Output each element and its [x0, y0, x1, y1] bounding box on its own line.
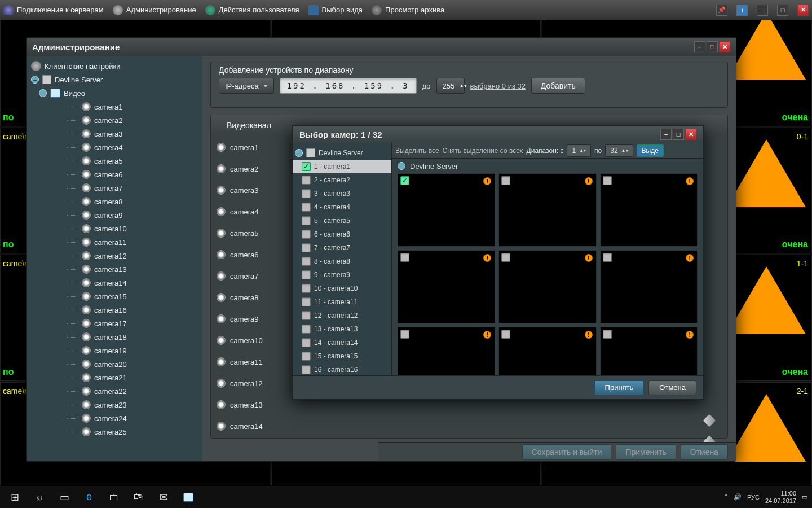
dlg-tree-item[interactable]: ✓1 - camera1: [293, 160, 391, 173]
dlg-tree-item[interactable]: 14 - camera14: [293, 336, 391, 349]
tree-camera[interactable]: camera6: [28, 168, 202, 181]
tb-view[interactable]: Выбор вида: [308, 5, 363, 15]
tb-connect[interactable]: Подключение к серверам: [3, 5, 104, 15]
taskview-icon[interactable]: ▭: [52, 486, 77, 509]
tree-camera[interactable]: camera23: [28, 398, 202, 411]
accept-button[interactable]: Принять: [594, 380, 645, 395]
tree-camera[interactable]: camera25: [28, 425, 202, 439]
ip-to-spinner[interactable]: 255▲▾: [436, 78, 465, 94]
tree-video[interactable]: –Видео: [28, 86, 202, 100]
tree-camera[interactable]: camera13: [28, 262, 202, 276]
range-from-dd[interactable]: 1▲▾: [567, 144, 591, 157]
tree-camera[interactable]: camera8: [28, 195, 202, 208]
collapse-icon[interactable]: –: [39, 89, 47, 97]
tree-camera[interactable]: camera2: [28, 113, 202, 127]
checkbox[interactable]: [302, 297, 311, 306]
explorer-icon[interactable]: 🗀: [102, 486, 126, 509]
collapse-icon[interactable]: –: [295, 149, 303, 157]
admin-min-button[interactable]: –: [694, 41, 705, 52]
lang-indicator[interactable]: РУС: [747, 494, 760, 501]
dlg-tree-item[interactable]: 5 - camera5: [293, 214, 391, 227]
tree-server[interactable]: –Devline Server: [28, 73, 202, 86]
camera-thumbnail[interactable]: !: [398, 250, 495, 323]
channel-row[interactable]: camera8: [211, 287, 276, 308]
clock[interactable]: 11:0024.07.2017: [765, 490, 796, 505]
tree-camera[interactable]: camera1: [28, 100, 202, 113]
admin-max-button[interactable]: □: [707, 41, 718, 52]
channel-row[interactable]: camera7: [211, 265, 276, 287]
dlg-tree-item[interactable]: 7 - camera7: [293, 241, 391, 255]
checkbox[interactable]: [302, 176, 311, 185]
channel-row[interactable]: camera10: [211, 330, 276, 351]
ip-input[interactable]: 192 . 168 . 159 . 3: [280, 78, 417, 94]
tree-camera[interactable]: camera4: [28, 141, 202, 154]
pencil-icon[interactable]: [703, 414, 716, 427]
tree-camera[interactable]: camera9: [28, 208, 202, 222]
app-tray-icon[interactable]: [176, 486, 201, 509]
select-all-link[interactable]: Выделить все: [395, 147, 439, 155]
dlg-tree-item[interactable]: 12 - camera12: [293, 309, 391, 322]
start-button[interactable]: ⊞: [2, 486, 27, 509]
mail-icon[interactable]: ✉: [151, 486, 176, 509]
save-exit-button[interactable]: Сохранить и выйти: [522, 444, 612, 460]
camera-thumbnail[interactable]: !: [398, 327, 495, 375]
checkbox[interactable]: [302, 311, 311, 320]
dlg-tree-server[interactable]: – Devline Server: [293, 146, 391, 160]
dlg-tree-item[interactable]: 4 - camera4: [293, 200, 391, 214]
tb-user[interactable]: Действия пользователя: [205, 5, 299, 15]
dlg-tree-item[interactable]: 13 - camera13: [293, 322, 391, 336]
tray-chevron-icon[interactable]: ˄: [725, 493, 728, 501]
tree-camera[interactable]: camera21: [28, 371, 202, 384]
camera-thumbnail[interactable]: !: [600, 250, 698, 323]
search-icon[interactable]: ⌕: [27, 486, 52, 509]
checkbox[interactable]: [302, 365, 311, 374]
channel-row[interactable]: camera3: [211, 179, 276, 201]
tree-camera[interactable]: camera15: [28, 290, 202, 303]
checkbox[interactable]: [302, 216, 311, 225]
checkbox[interactable]: [302, 338, 311, 347]
tree-camera[interactable]: camera20: [28, 357, 202, 371]
addr-mode-dropdown[interactable]: IP-адреса: [219, 78, 274, 94]
admin-sidebar[interactable]: Клиентские настройки –Devline Server –Ви…: [27, 56, 202, 461]
tree-camera[interactable]: camera18: [28, 330, 202, 344]
checkbox[interactable]: [501, 253, 510, 262]
checkbox[interactable]: [603, 176, 612, 185]
dlg-tree-item[interactable]: 6 - camera6: [293, 227, 391, 241]
channel-row[interactable]: camera13: [211, 394, 276, 415]
checkbox[interactable]: [302, 270, 311, 279]
camera-thumbnail[interactable]: !: [600, 173, 698, 247]
pin-button[interactable]: 📌: [716, 5, 727, 16]
checkbox[interactable]: [501, 176, 510, 185]
checkbox[interactable]: [400, 330, 409, 339]
dlg-close-button[interactable]: ✕: [685, 129, 696, 140]
add-button[interactable]: Добавить: [531, 78, 585, 94]
store-icon[interactable]: 🛍: [126, 486, 151, 509]
dlg-tree-item[interactable]: 11 - camera11: [293, 295, 391, 309]
dlg-tree-item[interactable]: 8 - camera8: [293, 255, 391, 268]
channel-row[interactable]: camera11: [211, 351, 276, 373]
volume-icon[interactable]: 🔊: [734, 493, 742, 501]
tree-camera[interactable]: camera22: [28, 384, 202, 398]
tree-camera[interactable]: camera5: [28, 154, 202, 168]
tree-camera[interactable]: camera17: [28, 317, 202, 330]
checkbox[interactable]: [302, 325, 311, 334]
tree-camera[interactable]: camera11: [28, 235, 202, 249]
tree-camera[interactable]: camera19: [28, 344, 202, 357]
camera-thumbnail[interactable]: !: [498, 173, 596, 247]
checkbox[interactable]: [302, 257, 311, 266]
checkbox[interactable]: [501, 330, 510, 339]
checkbox[interactable]: [302, 189, 311, 198]
channel-row[interactable]: camera9: [211, 308, 276, 330]
tree-camera[interactable]: camera14: [28, 276, 202, 290]
dlg-tree-item[interactable]: 9 - camera9: [293, 268, 391, 282]
app-max-button[interactable]: □: [777, 5, 788, 16]
deselect-link[interactable]: Снять выделение со всех: [443, 147, 523, 155]
collapse-icon[interactable]: –: [31, 76, 39, 84]
info-button[interactable]: i: [736, 5, 748, 16]
app-min-button[interactable]: –: [757, 5, 768, 16]
checkbox[interactable]: [302, 243, 311, 252]
checkbox[interactable]: [302, 230, 311, 239]
checkbox[interactable]: ✓: [302, 162, 311, 171]
dlg-cancel-button[interactable]: Отмена: [648, 380, 696, 395]
checkbox[interactable]: [302, 203, 311, 212]
